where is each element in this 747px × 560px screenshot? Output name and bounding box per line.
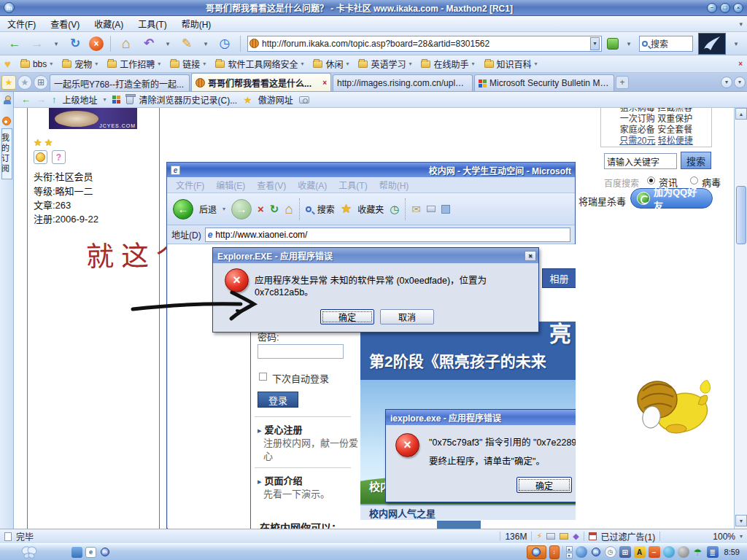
tray-maxthon-icon[interactable]: m [590, 546, 602, 558]
scroll-up-button[interactable]: ▲ [735, 108, 747, 120]
undo-button[interactable]: ↶ [140, 35, 158, 52]
keyword-search-input[interactable] [604, 153, 677, 169]
ad-link-price[interactable]: 只需20元 [619, 136, 655, 146]
keyword-search-button[interactable]: 搜索 [681, 152, 711, 169]
tray-messenger-icon[interactable] [576, 546, 587, 558]
bookmark-folder-bbs[interactable]: bbs [20, 59, 53, 69]
tray-blocked-icon[interactable]: − [649, 546, 660, 558]
new-tab-button[interactable]: + [616, 76, 629, 89]
clear-history-label[interactable]: 清除浏览器历史记录(C)... [139, 93, 238, 106]
bookmark-folder-jobs[interactable]: 工作招聘 [107, 58, 160, 70]
maxthon-sites-star-icon[interactable]: ★ [243, 94, 252, 106]
favorites-star-button[interactable]: ★ [1, 75, 16, 90]
maximize-button[interactable]: □ [720, 3, 730, 13]
bookmark-folder-leisure[interactable]: 休闲 [313, 58, 349, 70]
tab-3[interactable]: http://images.rising.com.cn/uploadfi... [333, 74, 473, 91]
nav-forward-icon[interactable]: → [36, 94, 46, 105]
undo-dropdown-icon[interactable]: ▾ [163, 35, 173, 52]
forward-button[interactable]: → [28, 35, 46, 52]
favorites-heart-icon[interactable]: ♥ [4, 58, 11, 70]
menu-overflow-icon[interactable]: ▾ [739, 20, 747, 28]
bookmark-folder-assistant[interactable]: 在线助手 [421, 58, 474, 70]
ok-button[interactable]: 确定 [516, 477, 572, 493]
vertical-scrollbar[interactable]: ▲ ▼ [734, 108, 747, 529]
tab-close-icon[interactable]: × [322, 79, 327, 87]
stop-button[interactable]: × [89, 36, 104, 51]
up-level-dropdown-icon[interactable]: ▾ [104, 96, 107, 103]
quicklaunch-messenger-icon[interactable] [71, 547, 82, 558]
star-list-button[interactable]: ★ [18, 75, 32, 90]
sidebar-item-subscriptions[interactable]: 我的订阅 [1, 128, 12, 179]
snapshot-camera-icon[interactable] [299, 96, 309, 104]
bookmark-folder-english[interactable]: 英语学习 [358, 58, 411, 70]
cancel-button[interactable]: 取消 [380, 309, 434, 324]
dialog-close-button[interactable]: × [525, 251, 536, 261]
menu-file[interactable]: 文件(F) [0, 16, 43, 31]
zoom-dropdown-icon[interactable]: ▾ [740, 533, 743, 540]
status-dropdown-icon[interactable]: ▾ [624, 35, 634, 52]
tray-network-icon[interactable]: ⊞ [619, 546, 631, 558]
tab-list-button[interactable]: ▾ [734, 77, 746, 88]
add-qq-friend-button[interactable]: 加为QQ好友 [630, 188, 713, 209]
zoom-level[interactable]: 100% [713, 532, 735, 542]
bookmark-folder-pets[interactable]: 宠物 [62, 58, 98, 70]
back-button[interactable]: ← [6, 35, 23, 52]
radio-virus[interactable] [690, 176, 698, 184]
tray-qq-icon[interactable] [663, 546, 675, 558]
tab-1[interactable]: 一起乐吧Y768--打造全新的一起... [50, 74, 190, 91]
bookmark-folder-software[interactable]: 软件工具网络安全 [215, 58, 303, 70]
quicklaunch-ie-icon[interactable]: e [85, 547, 96, 558]
bookmark-folder-wiki[interactable]: 知识百科 [484, 58, 538, 70]
menu-help[interactable]: 帮助(H) [174, 16, 219, 31]
quicklaunch-maxthon-icon[interactable]: m [99, 547, 110, 558]
menu-view[interactable]: 查看(V) [43, 16, 87, 31]
scrollbar-thumb[interactable] [736, 186, 746, 244]
refresh-button[interactable]: ↻ [66, 35, 84, 52]
tray-firewall-icon[interactable]: ≣ [707, 546, 719, 558]
magic-wand-button[interactable]: ✎ [178, 35, 196, 52]
tab-grid-button[interactable]: ⊞ [34, 75, 48, 90]
bookmark-folder-links[interactable]: 链接 [170, 58, 206, 70]
wand-dropdown-icon[interactable]: ▾ [201, 35, 211, 52]
active-task-secondary[interactable]: ⁞ [549, 545, 560, 559]
tray-rising-monitor-icon[interactable]: A [634, 546, 646, 558]
tab-4[interactable]: Microsoft Security Bulletin MS07-... [474, 74, 614, 91]
folder-icon[interactable] [560, 533, 568, 540]
page-status-icon[interactable] [607, 38, 619, 50]
menu-favorites[interactable]: 收藏(A) [87, 16, 131, 31]
close-button[interactable]: × [733, 3, 743, 13]
scroll-down-button[interactable]: ▼ [735, 515, 747, 526]
adfilter-calendar-icon[interactable] [589, 532, 597, 540]
tray-clock-icon[interactable]: ◷ [605, 546, 616, 558]
trash-icon[interactable] [126, 96, 133, 104]
address-input[interactable] [262, 39, 587, 49]
history-dropdown-icon[interactable]: ▾ [51, 35, 61, 52]
active-task-maxthon[interactable]: m [527, 545, 546, 559]
plugin-icon[interactable] [112, 96, 120, 104]
up-level-icon[interactable]: ↑ [52, 94, 57, 105]
radio-news[interactable] [647, 176, 655, 184]
boost-icon[interactable]: ⚡ [536, 532, 542, 541]
bookmarks-close-icon[interactable]: × [738, 60, 743, 68]
tray-scroll-buttons[interactable]: ▲ ▼ [566, 546, 573, 559]
ad-link-easy[interactable]: 轻松便捷 [658, 136, 693, 146]
minimize-button[interactable]: − [707, 3, 717, 13]
plugin-diamond-icon[interactable]: ◆ [573, 532, 578, 541]
address-dropdown-button[interactable]: ▾ [590, 37, 600, 50]
search-box[interactable]: 搜索 [639, 36, 693, 52]
start-butterfly-icon[interactable] [20, 546, 38, 559]
nav-back-icon[interactable]: ← [21, 94, 31, 105]
tray-rising-umbrella-icon[interactable]: ☂ [692, 546, 704, 558]
up-level-label[interactable]: 上级地址 [63, 93, 98, 106]
feed-icon[interactable] [2, 117, 11, 125]
history-clock-button[interactable]: ◷ [216, 35, 233, 52]
print-icon[interactable] [546, 533, 555, 540]
tray-volume-icon[interactable] [678, 546, 689, 558]
home-button[interactable]: ⌂ [117, 35, 135, 52]
maxthon-sites-label[interactable]: 傲游网址 [258, 93, 293, 106]
menu-tools[interactable]: 工具(T) [131, 16, 174, 31]
tab-2-active[interactable]: 哥哥们帮我看看这是什么... × [191, 73, 331, 91]
tab-tools-button[interactable]: ▾ [721, 77, 732, 88]
ok-button[interactable]: 确定 [320, 309, 374, 324]
toolbar-end-dropdown-icon[interactable]: ▾ [731, 35, 741, 52]
